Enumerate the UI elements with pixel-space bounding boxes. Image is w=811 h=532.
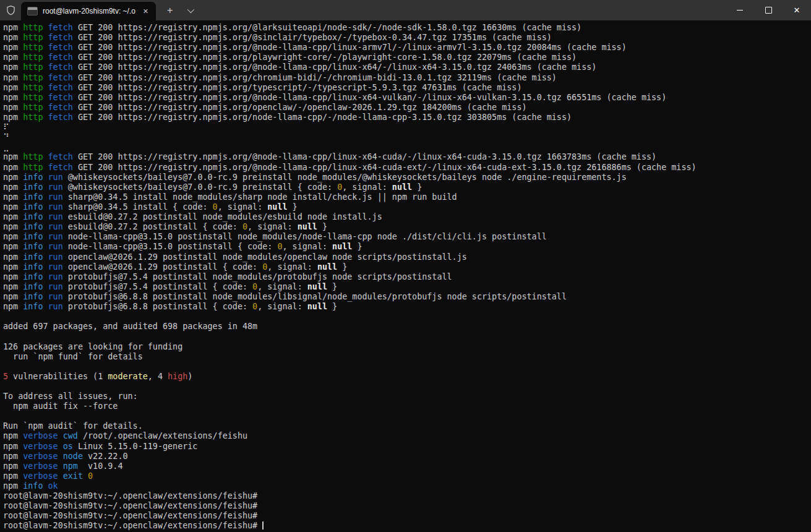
terminal-line: npm info ok — [3, 481, 811, 491]
terminal-cursor — [262, 521, 264, 530]
terminal-line: npm verbose cwd /root/.openclaw/extensio… — [3, 431, 811, 441]
terminal-line: npm info run protobufjs@6.8.8 postinstal… — [3, 302, 811, 312]
terminal-line: npm info run esbuild@0.27.2 postinstall … — [3, 222, 811, 232]
terminal-line: root@lavm-20shism9tv:~/.openclaw/extensi… — [3, 491, 811, 501]
terminal-line: npm http fetch GET 200 https://registry.… — [3, 23, 811, 33]
titlebar-drag-area — [200, 0, 726, 20]
minimize-button[interactable] — [726, 0, 754, 20]
terminal-line: npm http fetch GET 200 https://registry.… — [3, 33, 811, 43]
terminal-line: run `npm fund` for details — [3, 352, 811, 362]
terminal-line: npm http fetch GET 200 https://registry.… — [3, 113, 811, 122]
terminal-line: npm http fetch GET 200 https://registry.… — [3, 103, 811, 113]
terminal-line: To address all issues, run: — [3, 392, 811, 401]
terminal-line: npm info run node-llama-cpp@3.15.0 posti… — [3, 242, 811, 252]
terminal-line: npm http fetch GET 200 https://registry.… — [3, 53, 811, 62]
close-icon: ✕ — [794, 6, 800, 15]
terminal-line: npm info run node-llama-cpp@3.15.0 posti… — [3, 232, 811, 242]
terminal-line: npm audit fix --force — [3, 401, 811, 411]
terminal-line: npm info run openclaw@2026.1.29 postinst… — [3, 252, 811, 262]
terminal-line: npm http fetch GET 200 https://registry.… — [3, 163, 811, 173]
terminal-line: npm info run esbuild@0.27.2 postinstall … — [3, 212, 811, 222]
tab-title: root@lavm-20shism9tv: ~/.op — [43, 7, 135, 15]
terminal-line: npm verbose exit 0 — [3, 471, 811, 481]
terminal-line: npm http fetch GET 200 https://registry.… — [3, 73, 811, 83]
tab-dropdown-button[interactable] — [180, 0, 200, 20]
terminal-line — [3, 362, 811, 372]
tab-close-icon[interactable]: ✕ — [140, 6, 151, 17]
admin-shield-icon — [0, 0, 21, 20]
terminal-line: root@lavm-20shism9tv:~/.openclaw/extensi… — [3, 501, 811, 511]
terminal-line: npm verbose os Linux 5.15.0-119-generic — [3, 442, 811, 452]
maximize-icon — [765, 7, 772, 14]
terminal-line — [3, 332, 811, 341]
terminal-line: npm verbose node v22.22.0 — [3, 452, 811, 461]
terminal-line: 5 vulnerabilities (1 moderate, 4 high) — [3, 372, 811, 382]
terminal-line: npm info run protobufjs@6.8.8 postinstal… — [3, 292, 811, 302]
terminal-line: root@lavm-20shism9tv:~/.openclaw/extensi… — [3, 521, 811, 531]
terminal-line: ⠏ — [3, 122, 811, 132]
terminal-line: root@lavm-20shism9tv:~/.openclaw/extensi… — [3, 511, 811, 521]
terminal-line: npm http fetch GET 200 https://registry.… — [3, 83, 811, 93]
terminal-screen[interactable]: npm http fetch GET 200 https://registry.… — [0, 20, 811, 531]
terminal-line: npm http fetch GET 200 https://registry.… — [3, 93, 811, 103]
terminal-line: npm info run openclaw@2026.1.29 postinst… — [3, 262, 811, 272]
terminal-window: root@lavm-20shism9tv: ~/.op ✕ + ✕ npm ht… — [0, 0, 811, 532]
terminal-tab-icon — [27, 7, 38, 15]
terminal-line — [3, 382, 811, 392]
terminal-line: npm http fetch GET 200 https://registry.… — [3, 62, 811, 72]
terminal-line: npm verbose npm v10.9.4 — [3, 461, 811, 471]
terminal-tab[interactable]: root@lavm-20shism9tv: ~/.op ✕ — [21, 2, 156, 20]
minimize-icon — [737, 10, 743, 11]
terminal-line: npm info run @whiskeysockets/baileys@7.0… — [3, 173, 811, 182]
new-tab-button[interactable]: + — [160, 0, 180, 20]
terminal-line: npm http fetch GET 200 https://registry.… — [3, 152, 811, 162]
terminal-line: ⣀ — [3, 142, 811, 152]
close-button[interactable]: ✕ — [783, 0, 811, 20]
terminal-line: npm info run @whiskeysockets/baileys@7.0… — [3, 182, 811, 192]
chevron-down-icon — [187, 6, 194, 12]
terminal-line — [3, 312, 811, 322]
terminal-line: npm info run protobufjs@7.5.4 postinstal… — [3, 282, 811, 292]
titlebar: root@lavm-20shism9tv: ~/.op ✕ + ✕ — [0, 0, 811, 20]
terminal-line: 126 packages are looking for funding — [3, 342, 811, 352]
terminal-line: ⠙ — [3, 132, 811, 142]
terminal-line: npm info run sharp@0.34.5 install { code… — [3, 202, 811, 212]
maximize-button[interactable] — [754, 0, 783, 20]
terminal-line — [3, 411, 811, 421]
terminal-line: Run `npm audit` for details. — [3, 421, 811, 431]
terminal-line: added 697 packages, and audited 698 pack… — [3, 322, 811, 332]
terminal-line: npm info run sharp@0.34.5 install node_m… — [3, 192, 811, 202]
terminal-line: npm info run protobufjs@7.5.4 postinstal… — [3, 272, 811, 282]
terminal-line: npm http fetch GET 200 https://registry.… — [3, 43, 811, 53]
